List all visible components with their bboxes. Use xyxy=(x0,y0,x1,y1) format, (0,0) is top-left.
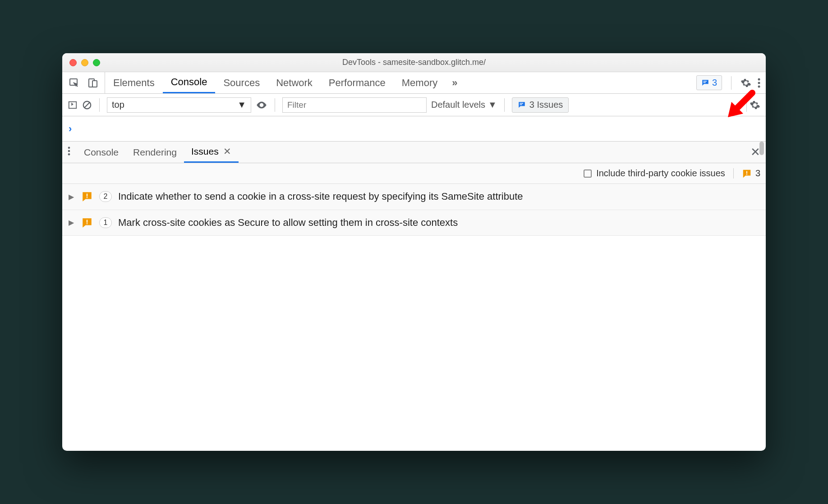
svg-point-15 xyxy=(68,150,70,152)
close-window-button[interactable] xyxy=(69,59,77,66)
third-party-checkbox[interactable] xyxy=(584,170,592,178)
drawer-tab-issues[interactable]: Issues ✕ xyxy=(184,142,239,163)
svg-rect-12 xyxy=(520,103,523,104)
drawer-tab-issues-label: Issues xyxy=(191,146,219,157)
issue-row[interactable]: ▶ 1 Mark cross-site cookies as Secure to… xyxy=(62,210,766,236)
separator xyxy=(746,98,747,112)
issue-title: Indicate whether to send a cookie in a c… xyxy=(118,190,759,203)
issue-count-badge: 2 xyxy=(99,191,112,202)
svg-point-11 xyxy=(261,104,262,105)
message-icon xyxy=(518,101,526,109)
devtools-window: DevTools - samesite-sandbox.glitch.me/ E… xyxy=(62,53,766,451)
svg-point-16 xyxy=(68,153,70,156)
execution-context-select[interactable]: top ▼ xyxy=(107,97,251,113)
console-toolbar: top ▼ Default levels ▼ 3 Issues xyxy=(62,94,766,116)
svg-rect-18 xyxy=(746,174,747,174)
issues-chip-count: 3 xyxy=(712,78,717,88)
issues-total-count: 3 xyxy=(755,168,760,179)
window-title: DevTools - samesite-sandbox.glitch.me/ xyxy=(62,58,766,67)
more-tabs-button[interactable]: » xyxy=(446,77,464,89)
log-levels-select[interactable]: Default levels ▼ xyxy=(431,100,497,110)
svg-rect-8 xyxy=(69,101,77,108)
console-settings-gear-icon[interactable] xyxy=(750,100,760,110)
tab-network[interactable]: Network xyxy=(268,72,321,93)
scrollbar-thumb[interactable] xyxy=(759,142,764,155)
tab-sources[interactable]: Sources xyxy=(215,72,268,93)
issues-counter-chip[interactable]: 3 xyxy=(696,75,722,90)
close-drawer-icon[interactable]: ✕ xyxy=(750,145,760,159)
issue-row[interactable]: ▶ 2 Indicate whether to send a cookie in… xyxy=(62,184,766,210)
svg-line-10 xyxy=(85,102,90,107)
main-tab-bar: Elements Console Sources Network Perform… xyxy=(62,72,766,94)
drawer-kebab-icon[interactable] xyxy=(68,146,77,158)
clear-console-icon[interactable] xyxy=(82,100,92,110)
warning-icon xyxy=(81,217,93,229)
svg-point-14 xyxy=(68,147,70,149)
svg-rect-4 xyxy=(703,82,705,83)
close-tab-icon[interactable]: ✕ xyxy=(223,146,231,157)
context-value: top xyxy=(112,100,124,110)
separator xyxy=(504,98,505,112)
issues-toolbar: Include third-party cookie issues 3 xyxy=(62,163,766,184)
tab-memory[interactable]: Memory xyxy=(394,72,446,93)
warning-icon xyxy=(742,169,752,179)
issues-total-counter: 3 xyxy=(733,168,760,179)
dropdown-caret-icon: ▼ xyxy=(488,100,497,110)
svg-rect-13 xyxy=(520,104,522,105)
separator xyxy=(275,98,275,112)
minimize-window-button[interactable] xyxy=(81,59,88,66)
tab-elements[interactable]: Elements xyxy=(105,72,163,93)
message-icon xyxy=(701,79,709,87)
svg-rect-19 xyxy=(87,194,87,197)
traffic-lights xyxy=(62,59,100,66)
svg-point-5 xyxy=(758,78,760,80)
drawer-tab-bar: Console Rendering Issues ✕ ✕ xyxy=(62,142,766,163)
expand-caret-icon[interactable]: ▶ xyxy=(69,192,75,201)
warning-icon xyxy=(81,191,93,202)
console-prompt[interactable]: › xyxy=(62,116,766,142)
svg-rect-20 xyxy=(87,197,87,198)
live-expression-icon[interactable] xyxy=(256,99,267,111)
prompt-caret-icon: › xyxy=(69,123,72,135)
device-toolbar-icon[interactable] xyxy=(87,78,98,88)
issue-title: Mark cross-site cookies as Secure to all… xyxy=(118,216,759,229)
svg-rect-2 xyxy=(92,81,97,87)
show-console-sidebar-icon[interactable] xyxy=(68,100,78,110)
third-party-checkbox-label[interactable]: Include third-party cookie issues xyxy=(596,168,725,179)
titlebar: DevTools - samesite-sandbox.glitch.me/ xyxy=(62,53,766,72)
inspect-toggle-group xyxy=(62,72,105,93)
tab-performance[interactable]: Performance xyxy=(321,72,394,93)
open-issues-button[interactable]: 3 Issues xyxy=(512,97,569,113)
kebab-menu-icon[interactable] xyxy=(758,78,760,88)
maximize-window-button[interactable] xyxy=(93,59,100,66)
levels-label: Default levels xyxy=(431,100,485,110)
filter-input[interactable] xyxy=(282,97,427,113)
svg-rect-3 xyxy=(703,81,707,82)
separator xyxy=(731,76,731,90)
tab-console[interactable]: Console xyxy=(163,72,216,93)
issue-count-badge: 1 xyxy=(99,217,112,228)
svg-rect-22 xyxy=(87,223,87,224)
separator xyxy=(99,98,100,112)
svg-point-7 xyxy=(758,85,760,87)
svg-rect-17 xyxy=(746,171,747,174)
issues-button-label: 3 Issues xyxy=(529,100,563,110)
dropdown-caret-icon: ▼ xyxy=(237,100,246,110)
element-picker-icon[interactable] xyxy=(69,78,79,88)
svg-rect-21 xyxy=(87,220,87,223)
main-tabs-list: Elements Console Sources Network Perform… xyxy=(105,72,464,93)
svg-point-6 xyxy=(758,82,760,84)
expand-caret-icon[interactable]: ▶ xyxy=(69,218,75,227)
drawer-tab-console[interactable]: Console xyxy=(77,142,126,163)
drawer-tab-rendering[interactable]: Rendering xyxy=(126,142,184,163)
settings-gear-icon[interactable] xyxy=(741,78,751,88)
main-tab-right-group: 3 xyxy=(696,72,766,93)
